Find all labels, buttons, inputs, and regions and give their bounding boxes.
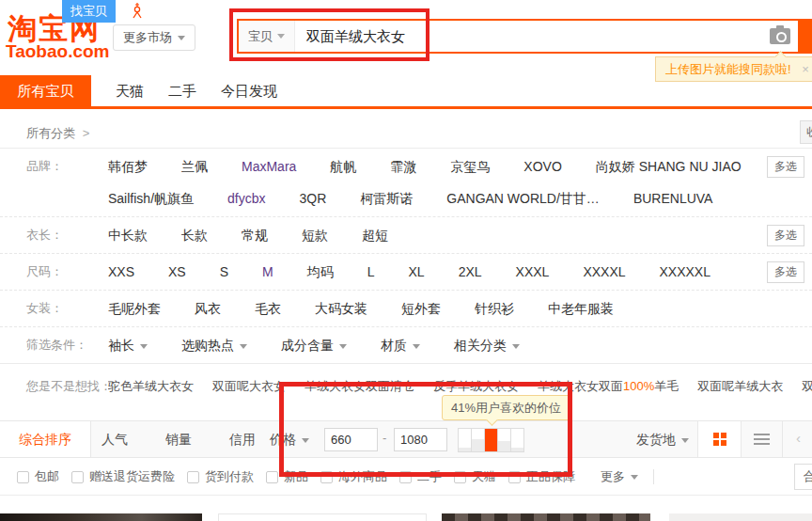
tab-today-discover[interactable]: 今日发现 (221, 75, 277, 106)
filter-option[interactable]: MaxMara (242, 158, 296, 175)
checkbox[interactable] (454, 471, 466, 483)
checkbox[interactable] (17, 471, 29, 483)
checkbox[interactable] (508, 471, 521, 483)
grid-view-button[interactable] (697, 421, 742, 457)
search-category-dropdown[interactable]: 宝贝 (239, 21, 295, 52)
camera-icon[interactable] (770, 28, 790, 44)
checkbox[interactable] (320, 471, 333, 483)
more-markets-button[interactable]: 更多市场 (113, 24, 195, 51)
collapse-filters-button[interactable]: 收起 (800, 120, 812, 144)
filter-option[interactable]: 航帆 (330, 158, 356, 175)
histogram-bar[interactable] (458, 428, 472, 452)
tab-all-items[interactable]: 所有宝贝 (0, 75, 91, 106)
taobao-logo-en[interactable]: Taobao.com (6, 41, 110, 62)
filter-option[interactable]: 材质 (381, 337, 420, 354)
suggestion-link[interactable]: 羊绒大衣女双面100%羊毛 (538, 378, 679, 395)
filter-option[interactable]: 柯雷斯诺 (360, 190, 413, 207)
filter-option[interactable]: 短款 (302, 227, 328, 244)
suggestion-link[interactable]: 双面呢羊绒大衣 (697, 378, 783, 395)
filter-option[interactable]: 均码 (307, 263, 334, 280)
filter-option[interactable]: 3QR (300, 190, 327, 207)
checkbox-item[interactable]: 海外商品 (320, 468, 387, 485)
multi-select-button[interactable]: 多选 (767, 225, 804, 246)
filter-option[interactable]: 中长款 (108, 227, 148, 244)
filter-option[interactable]: 中老年服装 (548, 300, 614, 317)
checkbox-item[interactable]: 赠送退货运费险 (71, 468, 175, 485)
histogram-bar[interactable] (484, 428, 498, 452)
histogram-bar[interactable] (497, 428, 511, 452)
suggestion-link[interactable]: 羊绒大衣女双面清仓 (304, 378, 414, 395)
filter-option[interactable]: 风衣 (195, 300, 221, 317)
sort-sales[interactable]: 销量 (150, 421, 207, 457)
checkbox[interactable] (71, 471, 84, 483)
sort-comprehensive[interactable]: 综合排序 (0, 421, 91, 457)
filter-option[interactable]: 成分含量 (281, 337, 347, 354)
sort-popularity[interactable]: 人气 (86, 421, 143, 457)
ship-from-dropdown[interactable]: 发货地 (636, 421, 689, 457)
filter-option[interactable]: 尚奴娇 SHANG NU JIAO (596, 158, 742, 175)
close-icon[interactable]: × (802, 62, 809, 76)
filter-option[interactable]: XXXL (516, 263, 550, 280)
checkbox[interactable] (399, 471, 412, 483)
list-view-button[interactable] (742, 421, 783, 457)
breadcrumb[interactable]: 所有分类 > (26, 125, 89, 142)
tab-tmall[interactable]: 天猫 (116, 75, 144, 106)
checkbox-item[interactable]: 二手 (399, 468, 442, 485)
filter-option[interactable]: 霏溦 (390, 158, 416, 175)
filter-option[interactable]: S (220, 263, 228, 280)
filter-option[interactable]: M (262, 263, 273, 280)
filter-option[interactable]: 2XL (459, 263, 482, 280)
filter-option[interactable]: XXS (108, 263, 134, 280)
checkbox-item[interactable]: 天猫 (454, 468, 496, 485)
price-min-input[interactable] (324, 428, 378, 451)
filter-option[interactable]: XOVO (523, 158, 561, 175)
filter-option[interactable]: 针织衫 (475, 300, 514, 317)
filter-option[interactable]: XXXXXL (660, 263, 710, 280)
filter-option[interactable]: XXXXL (583, 263, 625, 280)
product-card[interactable] (218, 513, 427, 521)
product-card[interactable] (442, 513, 650, 521)
sort-credit[interactable]: 信用 (214, 421, 271, 457)
collapse-sidebar-icon[interactable]: ‹ (796, 421, 801, 457)
product-card[interactable] (0, 513, 202, 521)
suggestion-link[interactable]: 驼色羊绒大衣女 (108, 378, 194, 395)
filter-option[interactable]: 韩佰梦 (108, 158, 148, 175)
checkbox-item[interactable]: 正品保障 (508, 468, 575, 485)
filter-option[interactable]: 长款 (181, 227, 208, 244)
price-histogram[interactable] (459, 428, 524, 452)
search-input[interactable]: 双面羊绒大衣女 (295, 21, 770, 52)
suggestion-link[interactable]: 双面绒大衣女 (802, 378, 812, 395)
filter-option[interactable]: 毛呢外套 (108, 300, 161, 317)
checkbox-item[interactable]: 新品 (266, 468, 308, 485)
histogram-bar[interactable] (510, 428, 524, 452)
suggestion-link[interactable]: 反季羊绒大衣女 (433, 378, 519, 395)
checkbox-item[interactable]: 包邮 (17, 468, 59, 485)
checkbox[interactable] (266, 471, 278, 483)
filter-option[interactable]: BURENLUVA (633, 190, 713, 207)
multi-select-button[interactable]: 多选 (767, 156, 804, 178)
filter-option[interactable]: 超短 (362, 227, 388, 244)
more-filters-dropdown[interactable]: 更多 (601, 468, 638, 485)
filter-option[interactable]: 短外套 (401, 300, 441, 317)
filter-option[interactable]: XS (168, 263, 186, 280)
filter-option[interactable]: XL (409, 263, 425, 280)
sort-price[interactable]: 价格 (270, 421, 309, 457)
filter-option[interactable]: 兰佩 (181, 158, 208, 175)
product-card[interactable] (669, 513, 812, 521)
filter-option[interactable]: Sailfish/帆旗鱼 (108, 190, 194, 207)
filter-option[interactable]: L (367, 263, 375, 280)
checkbox[interactable] (187, 471, 199, 483)
filter-option[interactable]: 相关分类 (454, 337, 520, 354)
filter-option[interactable]: GANGAN WORLD/甘甘… (446, 190, 600, 207)
filter-option[interactable]: 常规 (242, 227, 268, 244)
merge-same-items-button[interactable]: 合并 (794, 464, 812, 490)
histogram-bar[interactable] (471, 428, 485, 452)
filter-option[interactable]: 袖长 (108, 337, 148, 354)
filter-option[interactable]: 京玺鸟 (450, 158, 490, 175)
multi-select-button[interactable]: 多选 (767, 261, 804, 283)
find-item-badge[interactable]: 找宝贝 (62, 0, 116, 23)
tab-second-hand[interactable]: 二手 (168, 75, 196, 106)
checkbox-item[interactable]: 货到付款 (187, 468, 254, 485)
price-max-input[interactable] (394, 428, 447, 451)
filter-option[interactable]: 大码女装 (315, 300, 367, 317)
